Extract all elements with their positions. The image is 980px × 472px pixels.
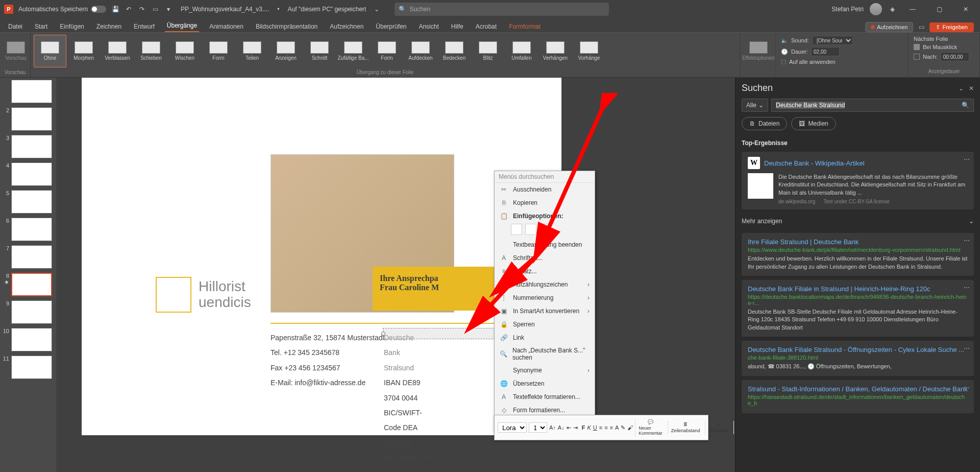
tab-hilfe[interactable]: Hilfe [449, 21, 465, 32]
slide-thumb-2[interactable] [11, 107, 52, 131]
mausklick-row[interactable]: Bei Mausklick [914, 44, 974, 50]
format-painter-icon[interactable]: 🖌 [627, 423, 633, 432]
paste-option-3[interactable] [540, 224, 551, 235]
transition-schieben[interactable]: Schieben [135, 35, 167, 67]
transition-umfallen[interactable]: Umfallen [505, 35, 538, 67]
highlight-icon[interactable]: ✎ [621, 423, 625, 432]
close-icon[interactable]: ✕ [969, 85, 974, 92]
ctx-synonyme[interactable]: Synonyme [495, 364, 595, 377]
italic-icon[interactable]: K [587, 423, 591, 432]
tab-ueberpruefen[interactable]: Überprüfen [374, 21, 408, 32]
more-icon[interactable]: ⋯ [964, 345, 970, 352]
auto-save-toggle[interactable]: Automatisches Speichern [18, 6, 106, 13]
save-icon[interactable]: 💾 [111, 5, 119, 13]
font-color-icon[interactable]: A [615, 423, 619, 432]
slide-thumb-7[interactable] [11, 245, 52, 269]
sound-select[interactable]: [Ohne Sound] [812, 36, 853, 45]
global-search-box[interactable]: 🔍 Suchen [395, 3, 609, 16]
nach-row[interactable]: Nach: [914, 52, 974, 61]
slide-canvas[interactable]: Ihre Ansprechpa Frau Caroline M Hilloris… [56, 78, 735, 472]
tab-acrobat[interactable]: Acrobat [474, 21, 499, 32]
paste-option-1[interactable] [511, 224, 522, 235]
undo-icon[interactable]: ↶ [125, 5, 133, 13]
increase-font-icon[interactable]: A↑ [549, 423, 556, 432]
ctx-search-box[interactable]: Menüs durchsuchen [495, 171, 595, 183]
transition-form2[interactable]: Form [371, 35, 403, 67]
align-center-icon[interactable]: ≡ [604, 423, 607, 432]
transition-blitz[interactable]: Blitz [472, 35, 504, 67]
restore-button[interactable]: ▢ [929, 2, 949, 17]
search-icon[interactable]: 🔍 [962, 102, 969, 109]
more-icon[interactable]: ⋯ [964, 237, 970, 244]
ctx-sperren[interactable]: 🔒Sperren [495, 318, 595, 331]
decrease-indent-icon[interactable]: ⇤ [567, 423, 571, 432]
search-input[interactable]: Deutsche Bank Stralsund 🔍 [771, 99, 974, 112]
tab-uebergaenge[interactable]: Übergänge [165, 20, 199, 32]
font-size-select[interactable]: 11 [529, 422, 547, 433]
chevron-down-icon[interactable]: ⌄ [959, 85, 964, 92]
transition-ohne[interactable]: Ohne [34, 35, 66, 67]
transition-anzeigen[interactable]: Anzeigen [270, 35, 302, 67]
ctx-smartart[interactable]: ▣In SmartArt konvertieren [495, 304, 595, 318]
tab-aufzeichnen[interactable]: Aufzeichnen [328, 21, 365, 32]
transition-bedecken[interactable]: Bedecken [438, 35, 471, 67]
ctx-ausschneiden[interactable]: ✂Ausschneiden [495, 183, 595, 196]
tab-start[interactable]: Start [33, 21, 50, 32]
slide-thumb-3[interactable] [11, 135, 52, 158]
slide-thumb-6[interactable] [11, 218, 52, 241]
ctx-nummerierung[interactable]: ⋮Nummerierung [495, 291, 595, 304]
toggle-switch[interactable] [91, 6, 106, 13]
increase-indent-icon[interactable]: ⇥ [573, 423, 578, 432]
more-icon[interactable]: ⋯ [964, 284, 970, 291]
diamond-icon[interactable]: ◈ [888, 5, 896, 13]
slide-thumb-9[interactable] [11, 300, 52, 324]
blocksatz-button[interactable]: ≡Blocksatz [705, 421, 731, 434]
ctx-uebersetzen[interactable]: 🌐Übersetzen [495, 377, 595, 390]
tab-entwurf[interactable]: Entwurf [132, 21, 157, 32]
transition-verhaengen[interactable]: Verhängen [539, 35, 572, 67]
search-filter-dropdown[interactable]: Alle ⌄ [742, 99, 768, 112]
more-icon[interactable]: ⋯ [964, 156, 970, 163]
chevron-down-icon[interactable]: ⌄ [374, 6, 379, 13]
nach-checkbox[interactable] [914, 54, 920, 60]
search-result-3[interactable]: ⋯ Stralsund - Stadt-Informationen / Bank… [742, 380, 974, 413]
pill-medien[interactable]: 🖼Medien [791, 117, 836, 130]
tab-zeichnen[interactable]: Zeichnen [94, 21, 124, 32]
slide-thumb-8[interactable] [11, 273, 52, 296]
slide-thumb-5[interactable] [11, 190, 52, 214]
mehr-anzeigen-button[interactable]: Mehr anzeigen ⌄ [742, 215, 974, 228]
transition-aufdecken[interactable]: Aufdecken [404, 35, 437, 67]
user-avatar[interactable] [870, 3, 882, 15]
neuer-kommentar-button[interactable]: 💬Neuer Kommentar [635, 418, 666, 437]
tab-einfuegen[interactable]: Einfügen [58, 21, 86, 32]
font-select[interactable]: Lora [498, 422, 527, 433]
minimize-button[interactable]: — [902, 2, 923, 17]
transition-zufaellige[interactable]: Zufällige Ba... [337, 35, 370, 67]
search-result-0[interactable]: ⋯ Ihre Filiale Stralsund | Deutsche Bank… [742, 233, 974, 276]
ctx-schriftart[interactable]: ASchriftart... [495, 251, 595, 265]
share-button[interactable]: ⇪Freigeben [929, 22, 974, 32]
vorschau-button[interactable]: Vorschau [3, 35, 29, 67]
slide-thumb-10[interactable] [11, 328, 52, 351]
transition-morphen[interactable]: Morphen [67, 35, 100, 67]
slide-thumb-11[interactable] [11, 356, 52, 379]
tab-bildschirm[interactable]: Bildschirmpräsentation [254, 21, 320, 32]
bold-icon[interactable]: F [582, 423, 585, 432]
ctx-texteffekte[interactable]: ATexteffekte formatieren... [495, 390, 595, 404]
slide-thumb-1[interactable] [11, 80, 52, 103]
transition-wischen[interactable]: Wischen [168, 35, 201, 67]
slide-thumbnails[interactable]: 2 3 4 5 6 7 8★ 9 10 11 [0, 78, 56, 472]
redo-icon[interactable]: ↷ [138, 5, 146, 13]
nach-input[interactable] [941, 52, 969, 61]
slide-thumb-4[interactable] [11, 162, 52, 186]
underline-icon[interactable]: U [593, 423, 597, 432]
ctx-link[interactable]: 🔗Link [495, 331, 595, 344]
tab-animationen[interactable]: Animationen [207, 21, 246, 32]
tab-datei[interactable]: Datei [6, 21, 24, 32]
align-right-icon[interactable]: ≡ [610, 423, 613, 432]
transition-verblassen[interactable]: Verblassen [101, 35, 134, 67]
align-left-icon[interactable]: ≡ [599, 423, 602, 432]
ctx-textbearbeitung[interactable]: Textbearbeitung beenden [495, 238, 595, 251]
present-icon[interactable]: ▭ [151, 5, 159, 13]
alle-anwenden-row[interactable]: ⬚ Auf alle anwenden [781, 58, 903, 65]
